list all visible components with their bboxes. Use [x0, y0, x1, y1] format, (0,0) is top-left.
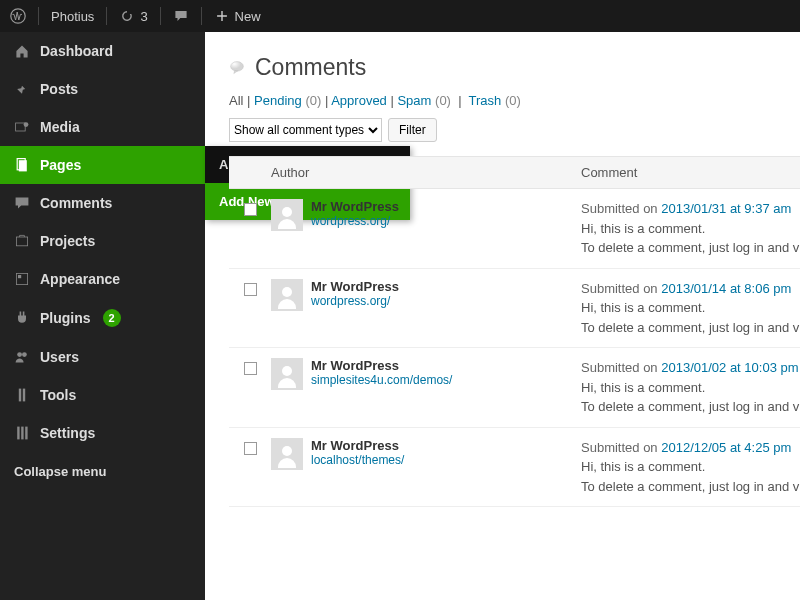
author-name: Mr WordPress [311, 199, 399, 214]
sidebar-item-label: Projects [40, 233, 95, 249]
comment-icon [14, 195, 30, 211]
row-checkbox[interactable] [244, 283, 257, 296]
svg-rect-12 [17, 427, 19, 440]
filter-pending[interactable]: Pending [254, 93, 302, 108]
comment-row: Mr WordPresswordpress.org/Submitted on 2… [229, 269, 800, 349]
sidebar-item-label: Tools [40, 387, 76, 403]
updates-link[interactable]: 3 [109, 0, 157, 32]
svg-point-8 [17, 352, 22, 357]
pages-icon [14, 157, 30, 173]
sidebar-item-label: Comments [40, 195, 112, 211]
new-content-link[interactable]: New [204, 0, 271, 32]
sidebar-item-projects[interactable]: Projects [0, 222, 205, 260]
sidebar-item-label: Settings [40, 425, 95, 441]
sidebar-item-posts[interactable]: Posts [0, 70, 205, 108]
svg-rect-10 [19, 389, 21, 402]
svg-rect-13 [21, 427, 23, 440]
filter-trash[interactable]: Trash [469, 93, 502, 108]
tools-icon [14, 387, 30, 403]
sidebar-item-settings[interactable]: Settings [0, 414, 205, 452]
collapse-menu[interactable]: Collapse menu [0, 452, 205, 491]
media-icon [14, 119, 30, 135]
author-url[interactable]: localhost/themes/ [311, 453, 404, 467]
sidebar-item-users[interactable]: Users [0, 338, 205, 376]
comment-meta: Submitted on 2013/01/14 at 8:06 pm [581, 279, 800, 299]
projects-icon [14, 233, 30, 249]
filter-spam[interactable]: Spam [397, 93, 431, 108]
page-title: Comments [255, 54, 366, 81]
plugins-icon [14, 310, 30, 326]
svg-point-9 [22, 352, 27, 357]
sidebar-item-comments[interactable]: Comments [0, 184, 205, 222]
author-name: Mr WordPress [311, 438, 399, 453]
col-author[interactable]: Author [271, 157, 581, 188]
svg-rect-14 [25, 427, 27, 440]
sidebar-item-pages[interactable]: PagesAll PagesAdd New [0, 146, 205, 184]
sidebar-item-label: Users [40, 349, 79, 365]
comments-bubble-icon [229, 60, 245, 76]
filter-controls: Show all comment types Filter [229, 118, 800, 142]
main-content: Comments All | Pending (0) | Approved | … [205, 32, 800, 600]
topbar-comments-link[interactable] [163, 0, 199, 32]
admin-sidebar: DashboardPostsMediaPagesAll PagesAdd New… [0, 32, 205, 600]
row-checkbox[interactable] [244, 442, 257, 455]
comment-types-select[interactable]: Show all comment types [229, 118, 382, 142]
comment-row: Mr WordPresslocalhost/themes/Submitted o… [229, 428, 800, 508]
sidebar-item-label: Dashboard [40, 43, 113, 59]
author-url[interactable]: wordpress.org/ [311, 214, 399, 228]
svg-rect-7 [18, 275, 21, 278]
svg-point-2 [24, 122, 29, 127]
sidebar-item-label: Posts [40, 81, 78, 97]
comment-icon [173, 8, 189, 24]
comment-meta: Submitted on 2013/01/02 at 10:03 pm [581, 358, 800, 378]
pin-icon [14, 81, 30, 97]
comment-meta: Submitted on 2012/12/05 at 4:25 pm [581, 438, 800, 458]
sidebar-item-label: Media [40, 119, 80, 135]
updates-count: 3 [140, 9, 147, 24]
site-name: Photius [51, 9, 94, 24]
sidebar-item-media[interactable]: Media [0, 108, 205, 146]
new-label: New [235, 9, 261, 24]
comment-meta: Submitted on 2013/01/31 at 9:37 am [581, 199, 800, 219]
comment-body: Hi, this is a comment.To delete a commen… [581, 298, 800, 337]
sidebar-item-tools[interactable]: Tools [0, 376, 205, 414]
badge: 2 [103, 309, 121, 327]
avatar [271, 358, 303, 390]
sidebar-item-label: Appearance [40, 271, 120, 287]
svg-rect-4 [19, 160, 27, 171]
avatar [271, 199, 303, 231]
comment-date-link[interactable]: 2012/12/05 at 4:25 pm [661, 440, 791, 455]
author-name: Mr WordPress [311, 279, 399, 294]
filter-approved[interactable]: Approved [331, 93, 387, 108]
row-checkbox[interactable] [244, 203, 257, 216]
comment-date-link[interactable]: 2013/01/31 at 9:37 am [661, 201, 791, 216]
comment-body: Hi, this is a comment.To delete a commen… [581, 457, 800, 496]
author-url[interactable]: simplesites4u.com/demos/ [311, 373, 452, 387]
svg-rect-5 [16, 237, 27, 246]
row-checkbox[interactable] [244, 362, 257, 375]
author-name: Mr WordPress [311, 358, 399, 373]
author-url[interactable]: wordpress.org/ [311, 294, 399, 308]
sidebar-item-appearance[interactable]: Appearance [0, 260, 205, 298]
refresh-icon [119, 8, 135, 24]
site-name-link[interactable]: Photius [41, 0, 104, 32]
page-header: Comments [229, 54, 800, 81]
sidebar-item-plugins[interactable]: Plugins2 [0, 298, 205, 338]
sidebar-item-label: Plugins [40, 310, 91, 326]
appearance-icon [14, 271, 30, 287]
comment-row: Mr WordPresswordpress.org/Submitted on 2… [229, 189, 800, 269]
admin-top-bar: Photius 3 New [0, 0, 800, 32]
wp-logo[interactable] [0, 0, 36, 32]
dashboard-icon [14, 43, 30, 59]
comment-row: Mr WordPresssimplesites4u.com/demos/Subm… [229, 348, 800, 428]
filter-all[interactable]: All [229, 93, 243, 108]
filter-button[interactable]: Filter [388, 118, 437, 142]
wordpress-icon [10, 8, 26, 24]
col-comment[interactable]: Comment [581, 157, 637, 188]
status-filters: All | Pending (0) | Approved | Spam (0) … [229, 93, 800, 108]
comment-date-link[interactable]: 2013/01/02 at 10:03 pm [661, 360, 798, 375]
sidebar-item-dashboard[interactable]: Dashboard [0, 32, 205, 70]
svg-point-15 [231, 61, 244, 71]
comment-date-link[interactable]: 2013/01/14 at 8:06 pm [661, 281, 791, 296]
comment-body: Hi, this is a comment.To delete a commen… [581, 219, 800, 258]
